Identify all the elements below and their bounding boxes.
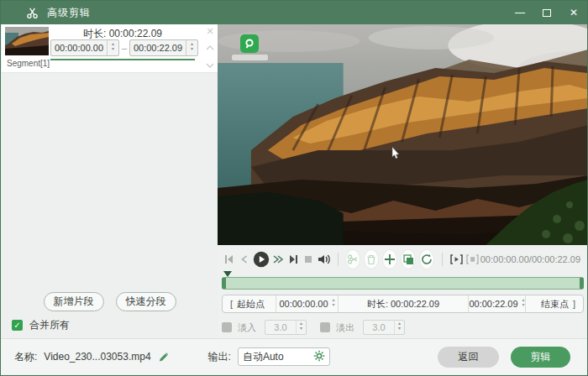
timeline[interactable]: [222, 271, 584, 291]
window-controls: — ✕: [507, 1, 587, 24]
playback-toolbar: 00:00:00.00/00:00:22.09: [222, 249, 584, 269]
output-label: 输出:: [208, 350, 231, 364]
watermark-logo-icon: [240, 34, 259, 53]
rename-pencil-icon[interactable]: [158, 351, 170, 363]
spinner-down-icon[interactable]: ▾: [333, 304, 335, 309]
merge-all-checkbox[interactable]: ✓: [12, 320, 23, 331]
close-button[interactable]: ✕: [560, 1, 587, 24]
trim-start-input[interactable]: 00:00:00.00 ▴ ▾: [276, 295, 339, 312]
stop-icon[interactable]: [302, 250, 315, 269]
watermark-caption: [232, 55, 268, 60]
right-bracket-icon: ]: [573, 299, 575, 309]
add-segment-button[interactable]: 新增片段: [44, 292, 104, 311]
spinner-down-icon[interactable]: ▾: [112, 48, 114, 53]
time-display: 00:00:00.00/00:00:22.09: [480, 254, 584, 264]
gear-icon[interactable]: [313, 350, 325, 364]
segment-end-value: 00:00:22.09: [130, 40, 186, 55]
fade-out-checkbox[interactable]: [320, 322, 330, 332]
cut-button[interactable]: 剪辑: [511, 347, 570, 368]
stop-selection-icon[interactable]: [465, 250, 480, 269]
volume-icon[interactable]: [317, 250, 331, 269]
segment-time-inputs: 00:00:00.00 ▴ ▾ – 00:00:22.09 ▴ ▾: [50, 39, 198, 56]
fade-in-checkbox[interactable]: [222, 322, 232, 332]
timeline-range-bar[interactable]: [222, 277, 584, 290]
step-back-icon[interactable]: [238, 250, 251, 269]
window-title: 高级剪辑: [47, 6, 91, 20]
toolbar-separator: [338, 253, 339, 266]
set-end-point-button[interactable]: 结束点 ]: [526, 295, 583, 312]
start-point-label: 起始点: [237, 298, 265, 311]
spinner-down-icon[interactable]: ▾: [191, 48, 193, 53]
maximize-icon: [543, 9, 551, 17]
fade-out-label: 淡出: [336, 321, 354, 334]
move-up-icon[interactable]: [206, 39, 214, 54]
segment-item-actions: ✕: [206, 27, 214, 71]
video-frame-mountains: [218, 24, 588, 245]
segment-list-item[interactable]: 时长: 00:00:22.09 00:00:00.00 ▴ ▾ – 00:00:…: [2, 24, 218, 73]
skip-to-start-icon[interactable]: [223, 250, 236, 269]
titlebar: 高级剪辑 — ✕: [1, 1, 587, 24]
output-format-select[interactable]: 自动Auto: [238, 347, 330, 366]
segment-start-stepper[interactable]: ▴ ▾: [107, 40, 118, 55]
play-button[interactable]: [253, 250, 270, 269]
move-down-icon[interactable]: [206, 56, 214, 71]
spinner-down-icon[interactable]: ▾: [300, 327, 302, 332]
output-format-value: 自动Auto: [243, 350, 313, 364]
segment-end-stepper[interactable]: ▴ ▾: [186, 40, 197, 55]
segment-end-input[interactable]: 00:00:22.09 ▴ ▾: [129, 39, 198, 56]
end-point-label: 结束点: [541, 298, 569, 311]
fade-controls: 淡入 3.0 ▴ ▾ 淡出 3.0 ▴ ▾: [222, 320, 584, 335]
skip-to-end-icon[interactable]: [286, 250, 300, 269]
video-preview[interactable]: [218, 24, 588, 245]
check-icon: ✓: [13, 321, 20, 330]
segment-panel: 时长: 00:00:22.09 00:00:00.00 ▴ ▾ – 00:00:…: [2, 24, 218, 341]
spinner-down-icon[interactable]: ▾: [522, 304, 525, 309]
quick-split-button[interactable]: 快速分段: [116, 292, 176, 311]
fade-in-stepper[interactable]: ▴ ▾: [296, 321, 306, 334]
trim-duration-value: 00:00:22.09: [391, 299, 439, 309]
trim-start-value: 00:00:00.00: [279, 299, 328, 309]
close-icon: ✕: [570, 7, 578, 18]
trim-duration: 时长: 00:00:22.09: [339, 295, 469, 312]
fade-in-duration-input[interactable]: 3.0 ▴ ▾: [265, 320, 307, 335]
reset-icon[interactable]: [420, 250, 433, 269]
fade-in-label: 淡入: [238, 321, 256, 334]
fade-in-value: 3.0: [265, 321, 296, 334]
minimize-icon: —: [515, 7, 525, 18]
cut-segment-icon[interactable]: [346, 250, 360, 269]
footer-bar: 名称: Video_230...03053.mp4 输出: 自动Auto 返回 …: [1, 338, 587, 374]
segment-list-empty-area: [2, 73, 218, 292]
merge-all-row: ✓ 合并所有: [12, 318, 218, 332]
segment-start-value: 00:00:00.00: [51, 40, 107, 55]
mouse-cursor: [391, 147, 402, 164]
playhead-marker[interactable]: [223, 271, 232, 277]
player-controls: 00:00:00.00/00:00:22.09 [ 起始点 00:00:00.0…: [218, 245, 588, 341]
segment-start-input[interactable]: 00:00:00.00 ▴ ▾: [50, 39, 119, 56]
trim-end-stepper[interactable]: ▴ ▾: [522, 299, 525, 309]
file-name: Video_230...03053.mp4: [44, 351, 150, 363]
back-button[interactable]: 返回: [438, 347, 499, 368]
copy-segment-icon[interactable]: [402, 250, 415, 269]
segment-name: Segment[1]: [7, 59, 50, 68]
range-separator: –: [119, 43, 129, 53]
set-start-point-button[interactable]: [ 起始点: [223, 295, 276, 312]
play-selection-icon[interactable]: [449, 250, 464, 269]
fade-out-duration-input[interactable]: 3.0 ▴ ▾: [363, 320, 405, 335]
remove-segment-icon[interactable]: ✕: [206, 27, 213, 36]
spinner-down-icon[interactable]: ▾: [398, 327, 401, 332]
scissors-logo-icon: [26, 7, 39, 19]
delete-segment-icon[interactable]: [365, 250, 378, 269]
app-window: 高级剪辑 — ✕ 时长: 00:00:22.09: [0, 0, 588, 376]
segment-duration-label: 时长:: [83, 28, 106, 39]
left-bracket-icon: [: [230, 299, 233, 309]
step-forward-icon[interactable]: [271, 250, 285, 269]
segment-duration-value: 00:00:22.09: [109, 28, 162, 39]
trim-end-input[interactable]: 00:00:22.09 ▴ ▾: [469, 295, 526, 312]
fade-out-stepper[interactable]: ▴ ▾: [394, 321, 404, 334]
add-segment-icon[interactable]: [383, 250, 396, 269]
fade-out-value: 3.0: [364, 321, 394, 334]
maximize-button[interactable]: [533, 1, 560, 24]
segment-thumbnail[interactable]: [5, 27, 49, 55]
trim-start-stepper[interactable]: ▴ ▾: [333, 299, 335, 309]
minimize-button[interactable]: —: [507, 1, 533, 24]
